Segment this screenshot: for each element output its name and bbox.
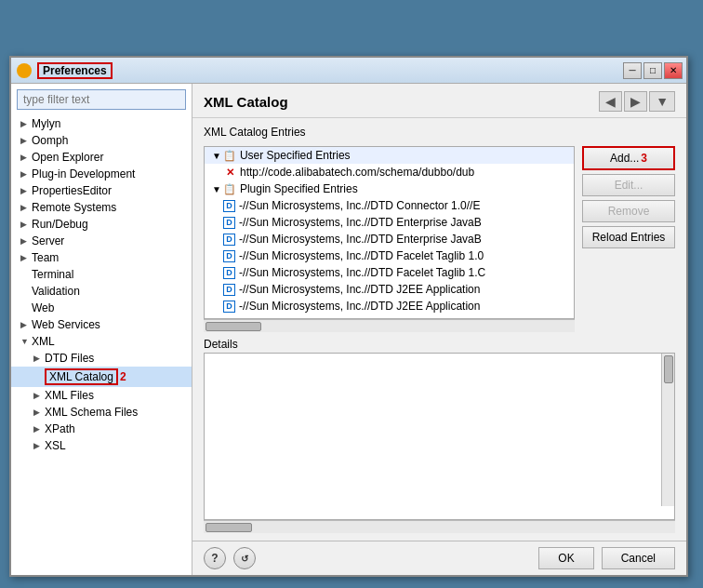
arrow-icon: ▶ xyxy=(33,391,45,400)
tree-container: ▶ Mylyn ▶ Oomph ▶ Open Explorer ▶ Plug-i… xyxy=(11,115,192,575)
catalog-item-dubbo[interactable]: ✕ http://code.alibabatech.com/schema/dub… xyxy=(205,164,574,180)
sidebar-item-props-editor[interactable]: ▶ PropertiesEditor xyxy=(11,182,192,199)
sidebar-item-label: Mylyn xyxy=(32,117,60,130)
sidebar-item-web-services[interactable]: ▶ Web Services xyxy=(11,316,192,333)
add-button[interactable]: Add...3 xyxy=(582,146,675,170)
dtd-icon: D xyxy=(223,301,235,313)
catalog-item-label: -//Sun Microsystems, Inc.//DTD Connector… xyxy=(239,199,480,212)
dtd-icon: D xyxy=(223,200,235,212)
catalog-item-label: -//Sun Microsystems, Inc.//DTD Facelet T… xyxy=(239,249,484,262)
details-label: Details xyxy=(204,338,675,351)
catalog-item-dtd5[interactable]: D -//Sun Microsystems, Inc.//DTD Facelet… xyxy=(205,264,574,281)
catalog-item-label: -//Sun Microsystems, Inc.//DTD J2EE Appl… xyxy=(239,283,480,296)
catalog-item-plugin-group[interactable]: ▼ 📋 Plugin Specified Entries xyxy=(205,180,574,197)
cancel-button[interactable]: Cancel xyxy=(602,547,675,569)
details-scrollbar-h[interactable] xyxy=(204,520,675,533)
catalog-item-dtd3[interactable]: D -//Sun Microsystems, Inc.//DTD Enterpr… xyxy=(205,231,574,247)
edit-button[interactable]: Edit... xyxy=(582,174,675,196)
sidebar-item-label: PropertiesEditor xyxy=(32,184,112,197)
arrow-icon: ▼ xyxy=(20,337,32,346)
sidebar-item-xml-files[interactable]: ▶ XML Files xyxy=(11,387,192,404)
sidebar-item-terminal[interactable]: Terminal xyxy=(11,266,192,283)
content-area: XML Catalog Entries ▼ 📋 User Specified E… xyxy=(192,118,686,541)
tree-wrapper: ▶ Mylyn ▶ Oomph ▶ Open Explorer ▶ Plug-i… xyxy=(11,115,192,575)
dtd-icon: D xyxy=(223,250,235,262)
arrow-icon: ▶ xyxy=(20,320,32,329)
sidebar-item-open-explorer[interactable]: ▶ Open Explorer xyxy=(11,149,192,166)
minimize-button[interactable]: ─ xyxy=(623,62,642,79)
catalog-tree: ▼ 📋 User Specified Entries ✕ http://code… xyxy=(204,146,575,319)
filter-input[interactable] xyxy=(17,89,186,110)
sidebar-item-label: Web Services xyxy=(32,318,100,331)
nav-buttons: ◀ ▶ ▼ xyxy=(599,91,675,112)
ok-button[interactable]: OK xyxy=(538,547,593,569)
sidebar-item-web[interactable]: Web xyxy=(11,300,192,316)
catalog-item-label: -//Sun Microsystems, Inc.//DTD Enterpris… xyxy=(239,233,482,246)
details-container xyxy=(204,353,675,533)
dialog-title: Preferences xyxy=(37,62,113,79)
sidebar-item-xsl[interactable]: ▶ XSL xyxy=(11,437,192,454)
sidebar-item-xml[interactable]: ▼ XML xyxy=(11,333,192,350)
catalog-item-label: User Specified Entries xyxy=(240,149,351,162)
sidebar-item-label: Team xyxy=(32,251,59,264)
sidebar-item-plugin-dev[interactable]: ▶ Plug-in Development xyxy=(11,166,192,182)
remove-button[interactable]: Remove xyxy=(582,200,675,222)
arrow-icon: ▶ xyxy=(20,153,32,162)
dtd-icon: D xyxy=(223,267,235,279)
nav-menu-button[interactable]: ▼ xyxy=(649,91,675,112)
expand-icon: ▼ xyxy=(212,184,221,194)
sidebar-item-label: Run/Debug xyxy=(32,218,88,231)
back-button[interactable]: ◀ xyxy=(599,91,622,112)
arrow-icon: ▶ xyxy=(20,236,32,246)
sidebar-item-label: Oomph xyxy=(32,134,68,147)
arrow-icon: ▶ xyxy=(33,354,45,363)
dtd-icon: D xyxy=(223,284,235,296)
maximize-button[interactable]: □ xyxy=(643,62,662,79)
forward-button[interactable]: ▶ xyxy=(624,91,647,112)
sidebar-item-label: Remote Systems xyxy=(32,201,116,214)
catalog-item-label: http://code.alibabatech.com/schema/dubbo… xyxy=(240,166,474,179)
sidebar-item-oomph[interactable]: ▶ Oomph xyxy=(11,132,192,149)
sidebar-item-team[interactable]: ▶ Team xyxy=(11,249,192,266)
close-button[interactable]: ✕ xyxy=(664,62,683,79)
sidebar-item-label: XML Schema Files xyxy=(45,406,138,419)
scroll-thumb-h xyxy=(206,322,261,331)
catalog-item-dtd1[interactable]: D -//Sun Microsystems, Inc.//DTD Connect… xyxy=(205,197,574,214)
sidebar-item-mylyn[interactable]: ▶ Mylyn xyxy=(11,115,192,132)
sidebar-item-label: Server xyxy=(32,234,64,247)
expand-icon: ▼ xyxy=(212,151,221,161)
details-section: Details xyxy=(204,338,675,533)
catalog-item-dtd6[interactable]: D -//Sun Microsystems, Inc.//DTD J2EE Ap… xyxy=(205,281,574,298)
sidebar-item-server[interactable]: ▶ Server xyxy=(11,233,192,249)
catalog-item-dtd7[interactable]: D -//Sun Microsystems, Inc.//DTD J2EE Ap… xyxy=(205,298,574,314)
arrow-icon: ▶ xyxy=(20,203,32,212)
catalog-item-dtd2[interactable]: D -//Sun Microsystems, Inc.//DTD Enterpr… xyxy=(205,214,574,231)
scroll-thumb-v xyxy=(664,355,673,383)
sidebar-item-remote-systems[interactable]: ▶ Remote Systems xyxy=(11,199,192,216)
sidebar-item-validation[interactable]: Validation xyxy=(11,283,192,300)
arrow-icon: ▶ xyxy=(20,220,32,229)
scroll-thumb-h xyxy=(206,523,252,532)
help-button[interactable]: ? xyxy=(204,547,226,569)
sidebar-item-dtd-files[interactable]: ▶ DTD Files xyxy=(11,350,192,367)
sidebar: ▶ Mylyn ▶ Oomph ▶ Open Explorer ▶ Plug-i… xyxy=(11,84,192,575)
sidebar-item-xpath[interactable]: ▶ XPath xyxy=(11,421,192,437)
book-icon: 📋 xyxy=(223,149,236,162)
details-scrollbar-v[interactable] xyxy=(661,354,674,506)
sidebar-item-xml-catalog[interactable]: XML Catalog 2 xyxy=(11,367,192,387)
catalog-item-dtd4[interactable]: D -//Sun Microsystems, Inc.//DTD Facelet… xyxy=(205,247,574,264)
reload-button[interactable]: Reload Entries xyxy=(582,226,675,248)
catalog-item-label: -//Sun Microsystems, Inc.//DTD J2EE Appl… xyxy=(239,300,480,313)
catalog-item-user-group[interactable]: ▼ 📋 User Specified Entries xyxy=(205,147,574,164)
right-panel: XML Catalog ◀ ▶ ▼ XML Catalog Entries ▼ xyxy=(192,84,686,575)
sidebar-item-run-debug[interactable]: ▶ Run/Debug xyxy=(11,216,192,233)
restore-defaults-button[interactable]: ↺ xyxy=(233,547,256,569)
sidebar-item-label: XML Catalog xyxy=(45,368,118,385)
sidebar-item-label: Validation xyxy=(32,285,80,298)
catalog-scrollbar-h[interactable] xyxy=(204,319,575,332)
annotation-3: 3 xyxy=(641,152,647,165)
sidebar-item-xml-schema-files[interactable]: ▶ XML Schema Files xyxy=(11,404,192,421)
sidebar-item-label: XML Files xyxy=(45,389,94,402)
arrow-icon: ▶ xyxy=(20,136,32,145)
window-controls: ─ □ ✕ xyxy=(623,62,683,79)
